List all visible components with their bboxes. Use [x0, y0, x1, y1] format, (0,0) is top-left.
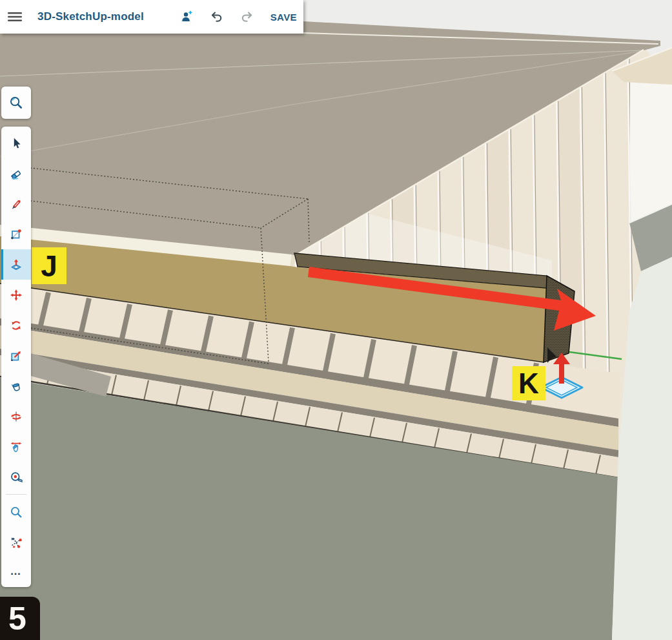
wall-end-face	[628, 80, 672, 224]
redo-icon[interactable]	[240, 10, 254, 23]
rotate-icon	[10, 319, 23, 332]
select-arrow-icon	[10, 137, 23, 150]
zoom-icon	[10, 506, 23, 519]
pencil-icon	[10, 198, 23, 211]
paint-bucket-icon	[10, 380, 23, 393]
scale-icon	[10, 349, 23, 362]
push-pull-tool[interactable]	[1, 249, 31, 280]
figure-number-badge: 5	[0, 597, 40, 640]
search-icon	[9, 96, 23, 110]
move-icon	[10, 289, 23, 302]
rotate-tool[interactable]	[1, 310, 31, 340]
rectangle-tool[interactable]	[1, 219, 31, 249]
search-tools-button[interactable]	[1, 87, 31, 119]
push-pull-icon	[10, 258, 23, 271]
3d-viewport[interactable]	[0, 0, 672, 640]
model-title[interactable]: 3D-SketchUp-model	[37, 10, 144, 23]
hamburger-menu-icon[interactable]	[6, 10, 23, 24]
undo-icon[interactable]	[210, 10, 223, 23]
axes-icon	[10, 536, 23, 549]
paint-bucket-tool[interactable]	[1, 371, 31, 401]
tool-palette: …	[1, 127, 31, 587]
axes-tool[interactable]	[1, 527, 31, 557]
save-button[interactable]: SAVE	[270, 12, 297, 23]
tape-measure-tool[interactable]	[1, 462, 31, 492]
callout-label-j: J	[32, 247, 66, 284]
app-header: 3D-SketchUp-model SAVE	[0, 0, 303, 34]
tape-measure-icon	[10, 471, 23, 484]
pan-icon	[10, 440, 23, 453]
orbit-tool[interactable]	[1, 401, 31, 431]
sketchup-web-app: 3D-SketchUp-model SAVE	[0, 0, 672, 640]
scale-tool[interactable]	[1, 340, 31, 371]
more-tools-button[interactable]: …	[1, 557, 31, 586]
move-tool[interactable]	[1, 280, 31, 310]
zoom-tool[interactable]	[1, 497, 31, 527]
toolbar-divider	[6, 494, 26, 495]
callout-label-k: K	[512, 366, 545, 400]
person-add-icon[interactable]	[180, 10, 193, 23]
pan-tool[interactable]	[1, 431, 31, 462]
eraser-icon	[10, 167, 23, 180]
eraser-tool[interactable]	[1, 158, 31, 189]
rectangle-icon	[10, 228, 23, 241]
select-tool[interactable]	[1, 128, 31, 158]
orbit-icon	[10, 410, 23, 423]
line-tool[interactable]	[1, 189, 31, 219]
